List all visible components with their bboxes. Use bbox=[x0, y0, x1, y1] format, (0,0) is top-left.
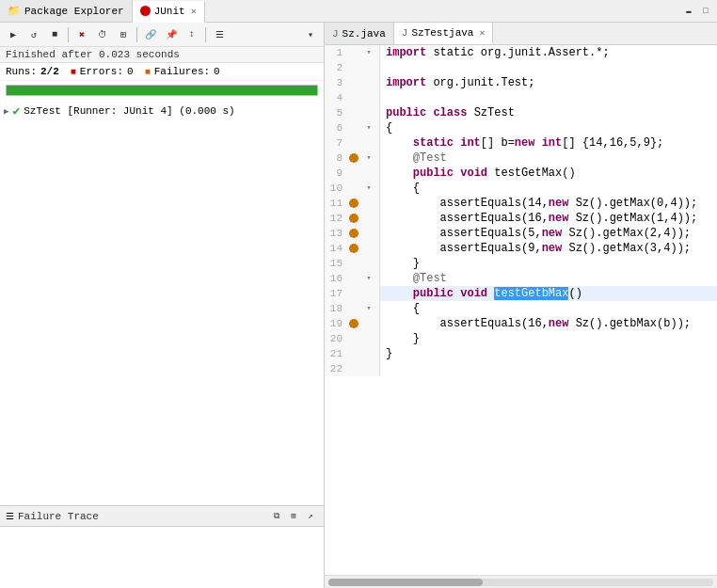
line-marker bbox=[347, 362, 360, 375]
tab-sztest-close[interactable]: ✕ bbox=[479, 27, 485, 39]
expand-icon[interactable] bbox=[4, 106, 8, 117]
fold-marker[interactable] bbox=[362, 317, 375, 330]
code-line: 4 bbox=[325, 90, 717, 105]
failure-copy-button[interactable]: ⧉ bbox=[269, 509, 284, 524]
fold-marker[interactable]: ▾ bbox=[362, 121, 375, 135]
fold-marker[interactable]: ▾ bbox=[362, 272, 375, 285]
tab-pkg-label: Package Explorer bbox=[24, 6, 124, 17]
code-token: assertEquals(16, bbox=[386, 212, 549, 225]
maximize-button[interactable]: □ bbox=[698, 4, 713, 19]
tab-controls: ▬ □ bbox=[681, 4, 717, 19]
fold-marker[interactable] bbox=[362, 76, 375, 89]
fold-marker[interactable] bbox=[362, 91, 375, 104]
editor-tab-bar: J Sz.java J SzTestjava ✕ bbox=[325, 23, 717, 45]
fold-marker[interactable] bbox=[362, 227, 375, 240]
horizontal-scrollbar[interactable] bbox=[328, 579, 713, 586]
code-line: 1▾import static org.junit.Assert.*; bbox=[325, 45, 717, 60]
test-label: SzTest [Runner: JUnit 4] (0.000 s) bbox=[24, 105, 234, 117]
keyword-token: public bbox=[413, 287, 454, 300]
code-token: static org.junit.Assert.*; bbox=[426, 46, 609, 59]
fold-marker[interactable] bbox=[362, 332, 375, 345]
fold-marker[interactable] bbox=[362, 242, 375, 255]
code-content: public void testGetMax() bbox=[380, 166, 717, 181]
line-number: 8 bbox=[325, 151, 345, 166]
main-area: ▶ ↺ ■ ✖ ⏱ ⊞ 🔗 📌 ↕ ☰ ▾ Finished after 0.0… bbox=[0, 23, 717, 588]
toolbar-sep-1 bbox=[68, 27, 69, 42]
fold-marker[interactable] bbox=[362, 136, 375, 150]
rerun-button[interactable]: ▶ bbox=[4, 25, 23, 44]
failure-filter-button[interactable]: ⊞ bbox=[286, 509, 301, 524]
list-item[interactable]: ✔ SzTest [Runner: JUnit 4] (0.000 s) bbox=[0, 102, 324, 120]
line-marker bbox=[347, 272, 360, 285]
fold-marker[interactable] bbox=[362, 347, 375, 360]
columns-button[interactable]: ☰ bbox=[210, 25, 229, 44]
progress-container bbox=[6, 85, 318, 96]
layout-button[interactable]: ⊞ bbox=[114, 25, 133, 44]
junit-panel: ▶ ↺ ■ ✖ ⏱ ⊞ 🔗 📌 ↕ ☰ ▾ Finished after 0.0… bbox=[0, 23, 325, 588]
line-gutter: 19 bbox=[325, 316, 380, 331]
line-marker bbox=[347, 212, 360, 225]
line-marker bbox=[347, 91, 360, 104]
fold-marker[interactable] bbox=[362, 212, 375, 225]
pin-button[interactable]: 📌 bbox=[162, 25, 181, 44]
tab-junit[interactable]: JUnit ✕ bbox=[133, 1, 205, 23]
line-number: 18 bbox=[325, 301, 345, 316]
fold-marker[interactable] bbox=[362, 61, 375, 74]
failure-content bbox=[0, 527, 324, 588]
line-number: 12 bbox=[325, 211, 345, 226]
line-gutter: 22 bbox=[325, 361, 380, 376]
history-button[interactable]: ⏱ bbox=[93, 25, 112, 44]
fold-marker[interactable]: ▾ bbox=[362, 151, 375, 165]
code-line: 19 assertEquals(16,new Sz().getbMax(b)); bbox=[325, 316, 717, 331]
line-marker bbox=[347, 287, 360, 300]
line-marker bbox=[347, 197, 360, 210]
code-content: assertEquals(16,new Sz().getMax(1,4)); bbox=[380, 211, 717, 226]
keyword-token: new bbox=[515, 136, 535, 150]
code-token: Sz().getMax(3,4)); bbox=[562, 242, 691, 255]
fold-marker[interactable]: ▾ bbox=[362, 46, 375, 59]
tab-sztest-java[interactable]: J SzTestjava ✕ bbox=[394, 23, 494, 44]
minimize-button[interactable]: ▬ bbox=[681, 4, 696, 19]
editor-bottom bbox=[325, 575, 717, 588]
code-token: assertEquals(9, bbox=[386, 242, 542, 255]
fold-marker[interactable] bbox=[362, 197, 375, 210]
code-line: 9 public void testGetMax() bbox=[325, 166, 717, 181]
fold-marker[interactable]: ▾ bbox=[362, 182, 375, 195]
code-editor[interactable]: 1▾import static org.junit.Assert.*;2 3 i… bbox=[325, 45, 717, 575]
fold-marker[interactable] bbox=[362, 287, 375, 300]
rerun-failed-button[interactable]: ↺ bbox=[24, 25, 43, 44]
dropdown-button[interactable]: ▾ bbox=[301, 25, 320, 44]
fold-marker[interactable]: ▾ bbox=[362, 302, 375, 315]
keyword-token: new bbox=[542, 227, 563, 240]
line-number: 7 bbox=[325, 135, 345, 151]
line-number: 10 bbox=[325, 181, 345, 196]
stop-button[interactable]: ■ bbox=[45, 25, 64, 44]
line-number: 20 bbox=[325, 331, 345, 346]
test-tree[interactable]: ✔ SzTest [Runner: JUnit 4] (0.000 s) bbox=[0, 100, 324, 505]
code-content: } bbox=[380, 331, 717, 346]
code-line: 3 import org.junit.Test; bbox=[325, 75, 717, 90]
fold-marker[interactable] bbox=[362, 106, 375, 119]
linked-button[interactable]: 🔗 bbox=[141, 25, 160, 44]
runs-label: Runs: bbox=[6, 66, 37, 77]
fold-marker[interactable] bbox=[362, 257, 375, 270]
failure-icon: ■ bbox=[145, 67, 151, 77]
tab-junit-close[interactable]: ✕ bbox=[191, 6, 197, 17]
scroll-lock-button[interactable]: ↕ bbox=[183, 25, 201, 44]
failure-expand-button[interactable]: ↗ bbox=[303, 509, 318, 524]
line-marker bbox=[347, 182, 360, 195]
fold-marker[interactable] bbox=[362, 362, 375, 375]
error-icon-btn[interactable]: ✖ bbox=[72, 25, 91, 44]
fold-marker[interactable] bbox=[362, 167, 375, 180]
code-token: assertEquals(14, bbox=[386, 197, 549, 210]
tab-sz-java[interactable]: J Sz.java bbox=[325, 23, 394, 44]
code-line: 13 assertEquals(5,new Sz().getMax(2,4)); bbox=[325, 226, 717, 241]
tab-package-explorer[interactable]: 📁 Package Explorer bbox=[0, 0, 133, 22]
code-content bbox=[380, 361, 717, 376]
errors-value: 0 bbox=[127, 66, 134, 77]
scrollbar-thumb[interactable] bbox=[328, 579, 483, 586]
line-marker bbox=[347, 332, 360, 345]
editor-panel: J Sz.java J SzTestjava ✕ 1▾import static… bbox=[325, 23, 717, 588]
line-gutter: 13 bbox=[325, 226, 380, 241]
code-line: 15 } bbox=[325, 256, 717, 271]
